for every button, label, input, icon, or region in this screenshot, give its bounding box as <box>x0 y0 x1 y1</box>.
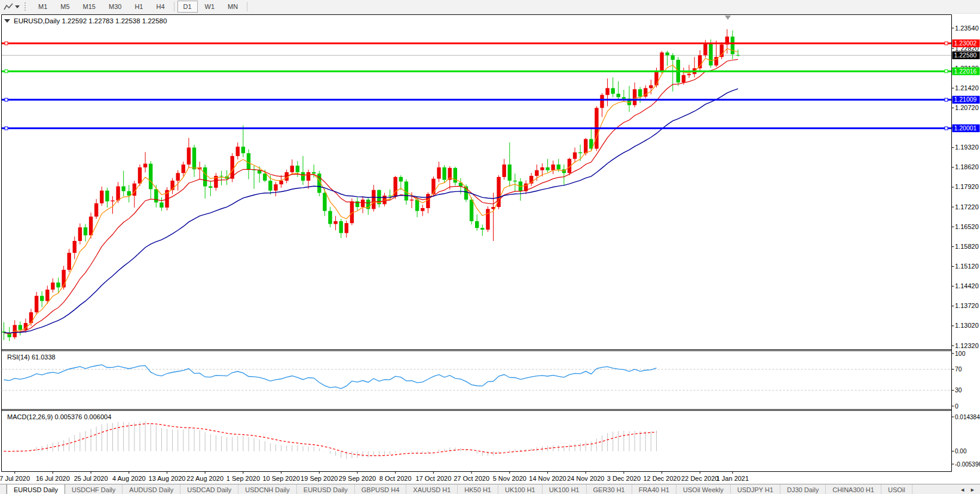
timeframe-button-m30[interactable]: M30 <box>103 1 127 13</box>
candle-body <box>410 200 414 200</box>
candle-body <box>219 176 223 176</box>
candle-body <box>546 167 549 170</box>
candle-body <box>660 53 663 71</box>
price-tick-label: 1.14420 <box>955 282 979 289</box>
title-caret-icon[interactable] <box>4 19 10 23</box>
candle-body <box>307 172 310 181</box>
symbol-tab-usdjpy-h1-14[interactable]: USDJPY H1 <box>731 484 780 494</box>
timeframe-button-m15[interactable]: M15 <box>77 1 102 13</box>
candle-body <box>51 282 54 289</box>
candle-body <box>290 166 294 172</box>
symbol-tab-usdcad-daily-3[interactable]: USDCAD Daily <box>180 484 238 494</box>
symbol-tab-xauusd-h1-7[interactable]: XAUUSD H1 <box>406 484 458 494</box>
hline-1.23002[interactable] <box>2 42 952 45</box>
candle-body <box>638 89 642 96</box>
date-label: 10 Sep 2020 <box>262 475 299 482</box>
hline-1.22016[interactable] <box>2 70 952 73</box>
candle-body <box>605 88 609 94</box>
symbol-tab-fra40-h1-12[interactable]: FRA40 H1 <box>632 484 676 494</box>
candle-body <box>573 153 577 159</box>
hline-1.21009[interactable] <box>2 98 952 101</box>
pane-borders <box>2 15 952 472</box>
price-badge-1.21009: 1.21009 <box>953 96 980 103</box>
candle-body <box>209 187 212 188</box>
timeframe-button-m1[interactable]: M1 <box>32 1 53 13</box>
chart-shift-marker-icon[interactable] <box>725 16 731 20</box>
price-tick-label: 1.21420 <box>955 84 979 92</box>
hline-handle[interactable] <box>5 70 8 73</box>
symbol-tab-uk100-h1-10[interactable]: UK100 H1 <box>543 484 587 494</box>
date-label: 22 Dec 2020 <box>681 475 718 482</box>
timeframe-button-h1[interactable]: H1 <box>128 1 149 13</box>
price-tick-label: 1.13720 <box>955 302 979 309</box>
price-badge-1.22580: 1.22580 <box>953 51 980 59</box>
symbol-tab-usdchf-daily-1[interactable]: USDCHF Daily <box>65 484 122 494</box>
symbol-tab-eurusd-daily-0[interactable]: EURUSD Daily <box>7 484 65 494</box>
toolbar-grip[interactable] <box>24 2 27 11</box>
candle-body <box>274 184 277 190</box>
candle-body <box>203 167 207 187</box>
candle-body <box>263 173 267 181</box>
hline-handle[interactable] <box>945 127 948 130</box>
hline-handle[interactable] <box>945 42 948 45</box>
symbol-tab-china300-h1-16[interactable]: CHINA300 H1 <box>826 484 881 494</box>
candle-body <box>372 190 375 209</box>
symbol-tab-usoil-17[interactable]: USOil <box>881 484 912 494</box>
timeframe-button-mn[interactable]: MN <box>222 1 244 13</box>
symbol-tab-uk100-h1-9[interactable]: UK100 H1 <box>498 484 543 494</box>
symbol-tab-usdcnh-daily-4[interactable]: USDCNH Daily <box>238 484 297 494</box>
hline-handle[interactable] <box>945 98 948 101</box>
chart-line-tool-icon[interactable] <box>0 1 23 13</box>
timeframe-button-m5[interactable]: M5 <box>54 1 75 13</box>
candle-body <box>731 36 734 54</box>
candle-body <box>116 187 120 201</box>
candle-body <box>442 167 446 180</box>
date-label: 27 Oct 2020 <box>454 475 489 482</box>
tabs-scroll-right-icon[interactable]: ► <box>970 487 975 493</box>
candle-body <box>154 189 158 202</box>
tab-scroll-arrows: ◄ ► <box>955 484 980 494</box>
symbol-tab-audusd-daily-2[interactable]: AUDUSD Daily <box>122 484 180 494</box>
date-label: 14 Nov 2020 <box>529 475 566 482</box>
candle-body <box>578 153 582 153</box>
candle-body <box>149 164 152 190</box>
candle-body <box>160 203 163 208</box>
symbol-tab-dj30-daily-15[interactable]: DJ30 Daily <box>780 484 826 494</box>
candle-body <box>426 194 430 208</box>
price-badge-text: 1.22016 <box>954 68 977 75</box>
hline-handle[interactable] <box>5 127 8 130</box>
candle-body <box>339 221 343 233</box>
chart-canvas[interactable]: 1.235401.228201.221201.214201.207201.200… <box>0 14 980 483</box>
symbol-tab-eurusd-daily-5[interactable]: EURUSD Daily <box>297 484 355 494</box>
candle-body <box>111 200 114 201</box>
candle-body <box>345 223 348 233</box>
candle-body <box>29 312 33 323</box>
symbol-tab-ger30-h1-11[interactable]: GER30 H1 <box>587 484 632 494</box>
tabs-scroll-left-icon[interactable]: ◄ <box>960 487 965 493</box>
timeframe-button-w1[interactable]: W1 <box>199 1 221 13</box>
candle-body <box>557 164 561 169</box>
date-label: 8 Oct 2020 <box>379 475 412 482</box>
candle-body <box>78 227 82 241</box>
price-badge-text: 1.22580 <box>954 51 977 59</box>
candle-body <box>323 193 326 211</box>
symbol-tab-gbpusd-h4-6[interactable]: GBPUSD H4 <box>355 484 407 494</box>
rsi-axis-label: 70 <box>955 365 962 373</box>
candle-body <box>513 181 517 181</box>
hline-1.20001[interactable] <box>2 127 952 130</box>
price-badge-1.20001: 1.20001 <box>953 124 980 132</box>
candle-body <box>296 166 299 172</box>
hline-handle[interactable] <box>945 70 948 73</box>
candle-body <box>268 181 272 191</box>
candle-body <box>622 97 626 98</box>
symbol-tab-usoil-weekly-13[interactable]: USOil Weekly <box>676 484 731 494</box>
hline-handle[interactable] <box>5 42 8 45</box>
symbol-tab-hk50-h1-8[interactable]: HK50 H1 <box>458 484 498 494</box>
candle-body <box>241 147 245 153</box>
timeframe-button-d1[interactable]: D1 <box>177 1 198 13</box>
price-tick-label: 1.16520 <box>955 223 979 230</box>
timeframe-button-h4[interactable]: H4 <box>150 1 170 13</box>
candle-body <box>176 173 180 181</box>
hline-handle[interactable] <box>5 98 8 101</box>
candle-body <box>503 164 506 177</box>
